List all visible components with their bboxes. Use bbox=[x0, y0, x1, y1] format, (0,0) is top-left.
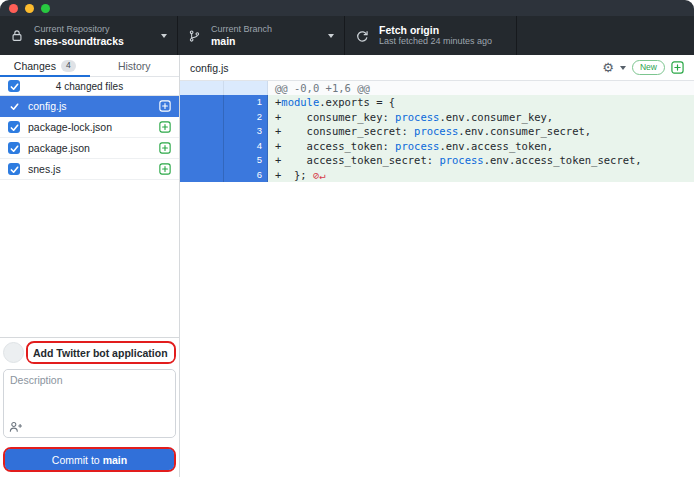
toolbar-filler bbox=[517, 16, 694, 55]
new-line-number: 6 bbox=[224, 168, 268, 183]
diff-lines: 1+module.exports = {2+ consumer_key: pro… bbox=[180, 95, 694, 182]
new-line-number: 1 bbox=[224, 95, 268, 110]
diff-line[interactable]: 2+ consumer_key: process.env.consumer_ke… bbox=[180, 110, 694, 125]
zoom-button[interactable] bbox=[41, 4, 50, 13]
repo-label: Current Repository bbox=[34, 24, 124, 35]
diff-line-text: +module.exports = { bbox=[268, 95, 694, 110]
new-line-number: 5 bbox=[224, 153, 268, 168]
diff-body: @@ -0,0 +1,6 @@ 1+module.exports = {2+ c… bbox=[180, 81, 694, 477]
sync-icon bbox=[355, 29, 369, 43]
file-name: package.json bbox=[28, 142, 151, 154]
description-box bbox=[3, 369, 176, 438]
highlight-annotation-summary bbox=[26, 341, 176, 364]
commit-description-input[interactable] bbox=[4, 370, 175, 437]
changed-files-summary: 4 changed files bbox=[56, 81, 123, 92]
file-name: config.js bbox=[28, 100, 151, 112]
file-checkbox[interactable] bbox=[8, 100, 20, 112]
main-content: Changes 4 History 4 changed files config… bbox=[0, 55, 694, 477]
diff-line[interactable]: 4+ access_token: process.env.access_toke… bbox=[180, 139, 694, 154]
new-line-number: 3 bbox=[224, 124, 268, 139]
close-button[interactable] bbox=[9, 4, 18, 13]
plus-square-icon bbox=[159, 100, 171, 112]
changed-files-header: 4 changed files bbox=[0, 77, 179, 96]
tab-history-label: History bbox=[118, 60, 151, 72]
new-line-number: 4 bbox=[224, 139, 268, 154]
github-desktop-window: Current Repository snes-soundtracks Curr… bbox=[0, 0, 694, 477]
diff-line-text: + }; ⊘↵ bbox=[268, 168, 694, 183]
toolbar: Current Repository snes-soundtracks Curr… bbox=[0, 16, 694, 55]
no-newline-icon: ⊘↵ bbox=[313, 169, 326, 181]
old-line-number bbox=[180, 168, 224, 183]
sidebar-tabbar: Changes 4 History bbox=[0, 55, 179, 77]
commit-form: Commit to main bbox=[0, 337, 179, 477]
file-row[interactable]: package.json bbox=[0, 138, 179, 159]
diff-line-text: + consumer_key: process.env.consumer_key… bbox=[268, 110, 694, 125]
chevron-down-icon bbox=[161, 34, 167, 38]
old-line-number bbox=[180, 124, 224, 139]
diff-line-text: + consumer_secret: process.env.consumer_… bbox=[268, 124, 694, 139]
branch-label: Current Branch bbox=[211, 24, 272, 35]
repo-name: snes-soundtracks bbox=[34, 35, 124, 47]
old-line-number bbox=[180, 110, 224, 125]
tab-history[interactable]: History bbox=[90, 55, 180, 76]
file-list: config.jspackage-lock.jsonpackage.jsonsn… bbox=[0, 96, 179, 180]
file-name: snes.js bbox=[28, 163, 151, 175]
commit-button[interactable]: Commit to main bbox=[5, 449, 174, 470]
diff-pane: config.js ⚙ New @@ -0,0 +1,6 @@ 1+module… bbox=[180, 55, 694, 477]
tab-changes[interactable]: Changes 4 bbox=[0, 55, 90, 76]
diff-line[interactable]: 1+module.exports = { bbox=[180, 95, 694, 110]
chevron-down-icon[interactable] bbox=[620, 66, 626, 70]
old-line-number bbox=[180, 95, 224, 110]
fetch-origin-button[interactable]: Fetch origin Last fetched 24 minutes ago bbox=[345, 16, 517, 55]
diff-file-name: config.js bbox=[190, 62, 229, 74]
diff-line[interactable]: 3+ consumer_secret: process.env.consumer… bbox=[180, 124, 694, 139]
chevron-down-icon bbox=[328, 34, 334, 38]
file-row[interactable]: package-lock.json bbox=[0, 117, 179, 138]
highlight-annotation-commit: Commit to main bbox=[3, 447, 176, 472]
current-branch-selector[interactable]: Current Branch main bbox=[178, 16, 345, 55]
commit-button-branch: main bbox=[103, 454, 128, 466]
changes-count-badge: 4 bbox=[61, 60, 76, 72]
diff-line-text: + access_token: process.env.access_token… bbox=[268, 139, 694, 154]
select-all-checkbox[interactable] bbox=[8, 80, 20, 92]
old-line-number bbox=[180, 139, 224, 154]
branch-icon bbox=[188, 29, 201, 43]
commit-button-label: Commit to bbox=[52, 454, 100, 466]
branch-name: main bbox=[211, 35, 272, 47]
new-line-number: 2 bbox=[224, 110, 268, 125]
avatar bbox=[3, 342, 24, 363]
file-name: package-lock.json bbox=[28, 121, 151, 133]
diff-line[interactable]: 6+ }; ⊘↵ bbox=[180, 168, 694, 183]
plus-square-icon bbox=[159, 121, 171, 133]
tab-changes-label: Changes bbox=[14, 60, 56, 72]
hunk-header-text: @@ -0,0 +1,6 @@ bbox=[268, 81, 694, 95]
gear-icon[interactable]: ⚙ bbox=[602, 61, 614, 74]
fetch-label: Fetch origin bbox=[379, 24, 492, 36]
lock-icon bbox=[10, 28, 24, 43]
commit-summary-input[interactable] bbox=[28, 344, 174, 362]
fetch-sublabel: Last fetched 24 minutes ago bbox=[379, 36, 492, 47]
sidebar-spacer bbox=[0, 180, 179, 337]
file-status-badge: New bbox=[632, 60, 665, 75]
diff-line[interactable]: 5+ access_token_secret: process.env.acce… bbox=[180, 153, 694, 168]
file-checkbox[interactable] bbox=[8, 142, 20, 154]
file-checkbox[interactable] bbox=[8, 121, 20, 133]
summary-row bbox=[3, 341, 176, 364]
hunk-header-row[interactable]: @@ -0,0 +1,6 @@ bbox=[180, 81, 694, 95]
file-row[interactable]: snes.js bbox=[0, 159, 179, 180]
add-coauthor-icon[interactable] bbox=[9, 421, 23, 433]
plus-square-icon[interactable] bbox=[671, 61, 684, 74]
plus-square-icon bbox=[159, 163, 171, 175]
titlebar bbox=[0, 0, 694, 16]
diff-line-text: + access_token_secret: process.env.acces… bbox=[268, 153, 694, 168]
current-repository-selector[interactable]: Current Repository snes-soundtracks bbox=[0, 16, 178, 55]
file-checkbox[interactable] bbox=[8, 163, 20, 175]
sidebar: Changes 4 History 4 changed files config… bbox=[0, 55, 180, 477]
old-line-number bbox=[180, 153, 224, 168]
file-row[interactable]: config.js bbox=[0, 96, 179, 117]
minimize-button[interactable] bbox=[25, 4, 34, 13]
plus-square-icon bbox=[159, 142, 171, 154]
diff-header-actions: ⚙ New bbox=[602, 60, 684, 75]
diff-header: config.js ⚙ New bbox=[180, 55, 694, 81]
